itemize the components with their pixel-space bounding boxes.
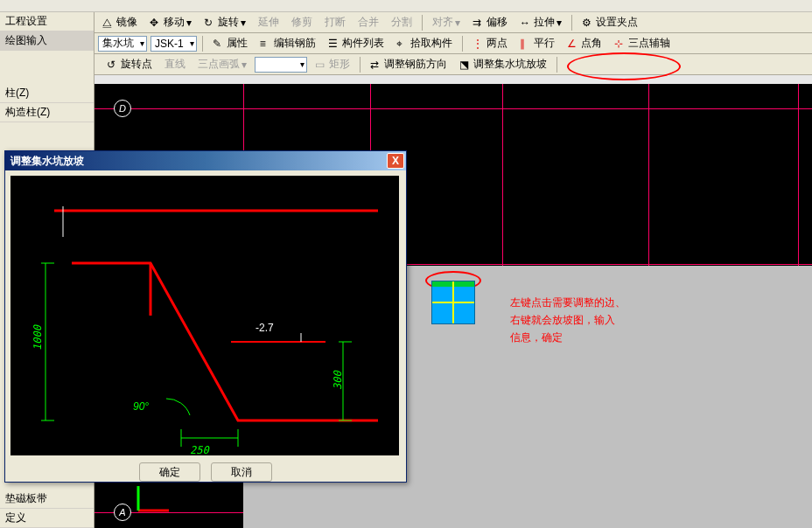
dialog-button-row: 确定 取消 <box>5 461 406 483</box>
dim-width: 250 <box>190 444 210 455</box>
move-icon: ✥ <box>150 17 162 29</box>
break-button[interactable]: 打断 <box>320 13 350 31</box>
grip-settings-button[interactable]: ⚙设置夹点 <box>578 13 642 31</box>
tree-basic[interactable]: 垫磁板带 <box>0 490 94 509</box>
angle-label: 90° <box>133 400 149 413</box>
rebar-icon: ≡ <box>260 38 272 50</box>
stretch-icon: ↔ <box>520 17 532 29</box>
edit-rebar-button[interactable]: ≡编辑钢筋 <box>256 34 320 52</box>
offset-button[interactable]: ⇉偏移 <box>468 13 512 31</box>
toolbar-component: 基础层 基础 集水坑 JSK-1 ✎属性 ≡编辑钢筋 ☰构件列表 ⌖拾取构件 ⋮… <box>0 33 812 54</box>
merge-button[interactable]: 合并 <box>354 13 383 31</box>
grid-line <box>94 108 812 109</box>
drawing-input-item[interactable]: 绘图输入 <box>0 31 94 51</box>
line-button[interactable]: 直线 <box>160 55 190 73</box>
chevron-down-icon: ▾ <box>241 17 246 29</box>
separator <box>202 36 203 52</box>
parallel-button[interactable]: ∥平行 <box>515 34 559 52</box>
two-points-button[interactable]: ⋮两点 <box>468 34 512 52</box>
separator <box>556 57 557 73</box>
pick-icon: ⌖ <box>396 38 409 50</box>
tree-struct-col-z[interactable]: 构造柱(Z) <box>0 103 94 122</box>
mirror-icon: ⧋ <box>102 17 115 29</box>
project-settings-item[interactable]: 工程设置 <box>0 12 94 31</box>
rotate-point-icon: ↺ <box>107 59 119 71</box>
rotate-point-button[interactable]: ↺旋转点 <box>102 55 157 73</box>
rotate-button[interactable]: ↻旋转▾ <box>200 13 250 31</box>
annotation-hint: 左键点击需要调整的边、 右键就会放坡图，输入 信息，确定 <box>510 294 626 346</box>
dim-height: 1000 <box>32 323 44 351</box>
separator <box>571 15 572 31</box>
align-button[interactable]: 对齐▾ <box>428 13 465 31</box>
tree-column-z[interactable]: 柱(Z) <box>0 84 94 103</box>
cancel-button[interactable]: 取消 <box>211 462 272 482</box>
offset-icon: ⇉ <box>472 17 485 29</box>
stretch-button[interactable]: ↔拉伸▾ <box>515 13 566 31</box>
separator <box>462 36 463 52</box>
sump-slope-icon: ⬔ <box>459 59 472 71</box>
extend-button[interactable]: 延伸 <box>254 13 284 31</box>
tree-definition[interactable]: 定义 <box>0 509 94 528</box>
gear-icon: ⚙ <box>582 17 594 29</box>
rect-icon: ▭ <box>315 59 327 71</box>
dialog-close-button[interactable]: X <box>387 153 404 169</box>
chevron-down-icon: ▾ <box>455 17 460 29</box>
offset-label: -2.7 <box>256 322 274 334</box>
chevron-down-icon: ▾ <box>242 59 247 71</box>
adjust-sump-slope-button[interactable]: ⬔调整集水坑放坡 <box>455 55 551 73</box>
dialog-title-text: 调整集水坑放坡 <box>10 154 84 169</box>
split-button[interactable]: 分割 <box>387 13 416 31</box>
move-button[interactable]: ✥移动▾ <box>145 13 196 31</box>
dialog-titlebar[interactable]: 调整集水坑放坡 X <box>5 151 406 170</box>
left-panel: 工程设置 绘图输入 <box>0 12 94 84</box>
pick-component-button[interactable]: ⌖拾取构件 <box>392 34 457 52</box>
ucs-icon <box>130 484 173 519</box>
attribute-button[interactable]: ✎属性 <box>208 34 252 52</box>
toolbar-top-partial <box>0 0 812 12</box>
attribute-icon: ✎ <box>213 38 225 50</box>
separator <box>360 57 360 73</box>
sump-dropdown[interactable]: 集水坑 <box>98 36 147 52</box>
toolbar-edit: ✕删除 ⎘复制 ⧋镜像 ✥移动▾ ↻旋转▾ 延伸 修剪 打断 合并 分割 对齐▾… <box>0 12 812 33</box>
adjust-rebar-dir-button[interactable]: ⇄调整钢筋方向 <box>366 55 452 73</box>
parallel-icon: ∥ <box>520 38 532 50</box>
slope-section-diagram: 1000 250 300 -2.7 90° <box>10 176 399 455</box>
rebar-dir-icon: ⇄ <box>370 59 382 71</box>
dialog-diagram-area: 1000 250 300 -2.7 90° <box>10 176 399 455</box>
ok-button[interactable]: 确定 <box>139 462 200 482</box>
component-dropdown[interactable]: JSK-1 <box>150 36 197 52</box>
sump-centerline-v <box>452 281 454 323</box>
toolbar-draw: ↖选择▾ ⊙点 ↺旋转点 直线 三点画弧▾ ▭矩形 ⇄调整钢筋方向 ⬔调整集水坑… <box>0 54 812 75</box>
point-angle-button[interactable]: ∠点角 <box>563 34 606 52</box>
list-icon: ☰ <box>328 38 340 50</box>
rect-button[interactable]: ▭矩形 <box>311 55 354 73</box>
sump-object[interactable] <box>427 276 480 329</box>
two-points-icon: ⋮ <box>472 38 485 50</box>
empty-dropdown[interactable] <box>255 57 307 73</box>
dim-depth: 300 <box>332 370 344 390</box>
axis-bubble-d: D <box>114 100 131 117</box>
component-list-button[interactable]: ☰构件列表 <box>324 34 388 52</box>
separator <box>422 15 423 31</box>
sump-box <box>431 281 475 324</box>
rotate-icon: ↻ <box>204 17 216 29</box>
mirror-button[interactable]: ⧋镜像 <box>98 13 142 31</box>
chevron-down-icon: ▾ <box>186 17 192 29</box>
trim-button[interactable]: 修剪 <box>287 13 317 31</box>
arc3p-button[interactable]: 三点画弧▾ <box>193 55 251 73</box>
axis-icon: ⊹ <box>614 38 626 50</box>
three-axis-button[interactable]: ⊹三点辅轴 <box>610 34 675 52</box>
adjust-sump-slope-dialog: 调整集水坑放坡 X 1000 250 300 -2.7 <box>4 150 407 483</box>
angle-icon: ∠ <box>567 38 579 50</box>
chevron-down-icon: ▾ <box>556 17 562 29</box>
axis-bubble-a: A <box>114 504 131 521</box>
